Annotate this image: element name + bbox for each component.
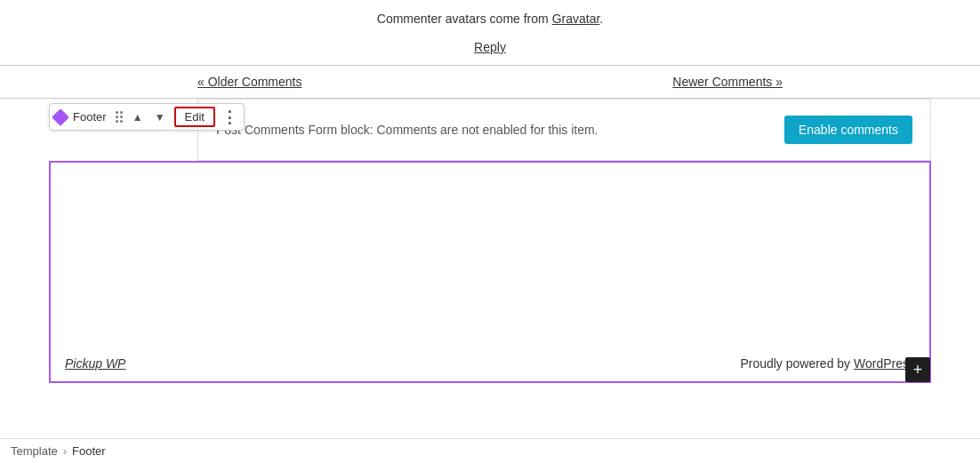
gem-icon	[52, 108, 69, 126]
drag-handle-icon[interactable]	[113, 109, 125, 124]
edit-button[interactable]: Edit	[174, 107, 215, 127]
comments-disabled-msg: Post Comments Form block: Comments are n…	[216, 123, 598, 137]
add-block-button[interactable]: +	[905, 357, 930, 382]
footer-block[interactable]: Pickup WP Proudly powered by WordPress +	[49, 161, 931, 383]
comments-form-block: Post Comments Form block: Comments are n…	[197, 99, 931, 161]
commenter-text-label: Commenter avatars come from	[377, 12, 549, 26]
pagination-row: « Older Comments Newer Comments »	[0, 65, 980, 99]
enable-comments-button[interactable]: Enable comments	[784, 116, 912, 144]
block-area: Footer ▲	[197, 99, 931, 161]
content-zone: Commenter avatars come from Gravatar. Re…	[0, 0, 980, 383]
breadcrumb-bar: Template › Footer	[0, 438, 980, 463]
breadcrumb-footer: Footer	[72, 444, 106, 458]
powered-by-label: Proudly powered by	[740, 356, 850, 371]
more-options-button[interactable]: ⋮	[220, 108, 239, 127]
older-comments-link[interactable]: « Older Comments	[197, 75, 301, 89]
toolbar-label: Footer	[73, 110, 107, 124]
move-down-button[interactable]: ▼	[150, 108, 170, 127]
gravatar-period: .	[599, 12, 603, 26]
breadcrumb-template: Template	[11, 444, 58, 458]
commenter-text: Commenter avatars come from Gravatar.	[0, 4, 980, 31]
page-wrapper: Commenter avatars come from Gravatar. Re…	[0, 0, 980, 463]
block-toolbar: Footer ▲	[49, 103, 245, 131]
breadcrumb-separator: ›	[63, 444, 67, 458]
newer-comments-link[interactable]: Newer Comments »	[672, 75, 783, 89]
gravatar-link[interactable]: Gravatar	[552, 12, 600, 26]
reply-link[interactable]: Reply	[474, 40, 506, 54]
reply-link-wrapper: Reply	[0, 31, 980, 65]
footer-site-link[interactable]: Pickup WP	[65, 356, 125, 371]
footer-powered-text: Proudly powered by WordPress	[740, 356, 915, 371]
move-up-button[interactable]: ▲	[128, 108, 148, 127]
footer-inner: Pickup WP Proudly powered by WordPress	[51, 346, 929, 381]
